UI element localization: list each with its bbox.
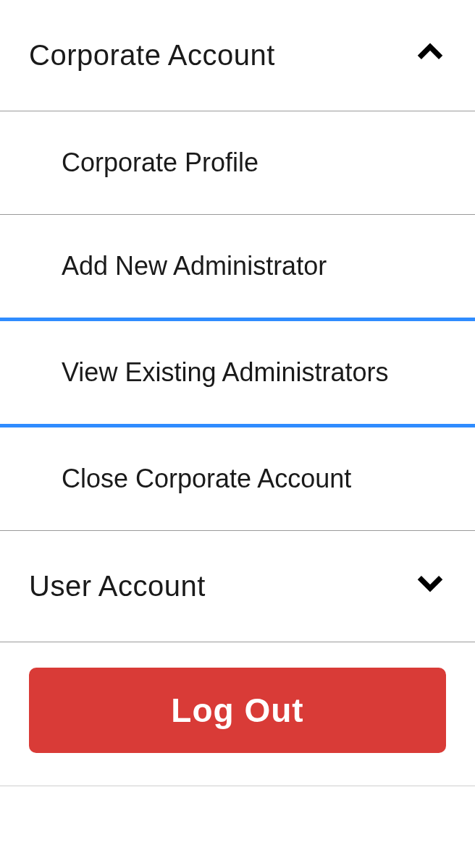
submenu-item-label: View Existing Administrators: [62, 357, 389, 387]
submenu-item-view-existing-administrators[interactable]: View Existing Administrators: [0, 318, 475, 427]
submenu-corporate-account: Corporate Profile Add New Administrator …: [0, 111, 475, 531]
submenu-item-label: Add New Administrator: [62, 251, 327, 281]
section-label: Corporate Account: [29, 39, 275, 72]
chevron-up-icon: [414, 36, 446, 75]
submenu-item-label: Corporate Profile: [62, 148, 258, 177]
logout-button[interactable]: Log Out: [29, 668, 446, 753]
section-label: User Account: [29, 570, 206, 603]
submenu-item-label: Close Corporate Account: [62, 464, 351, 493]
footer: Log Out: [0, 642, 475, 786]
chevron-down-icon: [414, 567, 446, 605]
section-header-user-account[interactable]: User Account: [0, 531, 475, 642]
logout-button-label: Log Out: [171, 692, 303, 729]
submenu-item-corporate-profile[interactable]: Corporate Profile: [0, 111, 475, 215]
submenu-item-close-corporate-account[interactable]: Close Corporate Account: [0, 427, 475, 531]
section-header-corporate-account[interactable]: Corporate Account: [0, 0, 475, 111]
account-menu: Corporate Account Corporate Profile Add …: [0, 0, 475, 868]
submenu-item-add-new-administrator[interactable]: Add New Administrator: [0, 215, 475, 318]
